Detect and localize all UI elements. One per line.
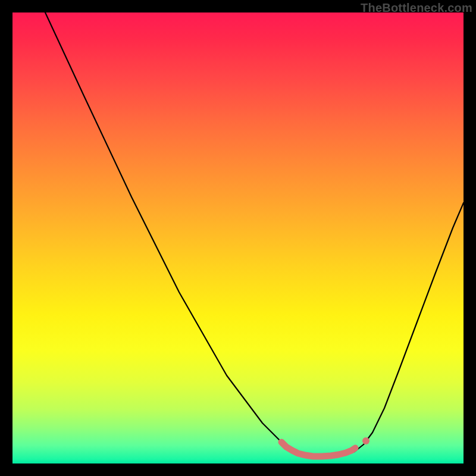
heat-gradient [12,12,464,464]
plot-area [12,12,464,464]
chart-stage: TheBottleneck.com [0,0,476,476]
